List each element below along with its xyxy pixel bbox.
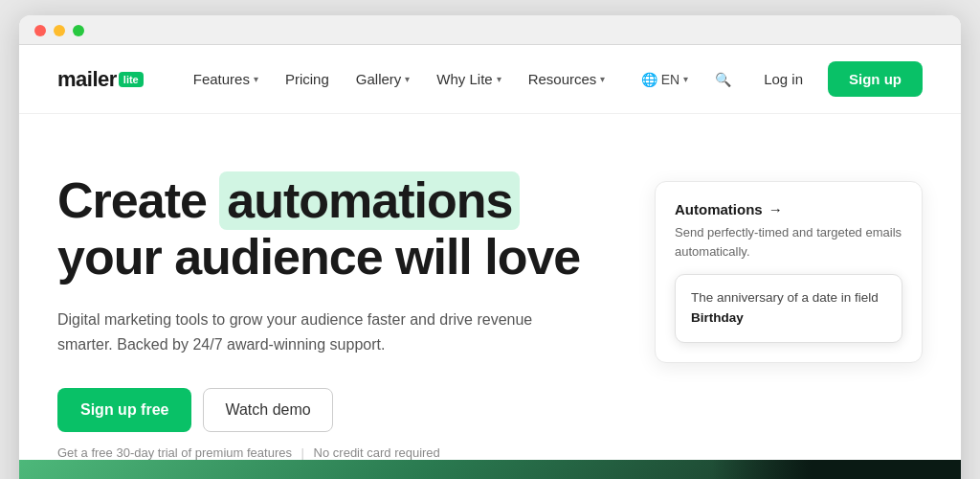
nav-links: Features ▾ Pricing Gallery ▾ Why Lite ▾ … [182,63,634,95]
hero-title-highlight: automations [219,171,520,230]
hero-note-card: No credit card required [314,445,440,460]
hero-buttons: Sign up free Watch demo [57,388,612,432]
search-icon: 🔍 [715,72,731,87]
nav-label-resources: Resources [528,71,597,87]
browser-dot-green[interactable] [73,25,84,36]
browser-chrome [19,15,961,45]
tooltip-card: The anniversary of a date in field Birth… [675,274,902,343]
hero-title: Create automations your audience will lo… [57,171,612,285]
nav-label-gallery: Gallery [356,71,402,87]
chevron-down-icon: ▾ [405,74,410,84]
chevron-down-icon: ▾ [683,74,688,84]
logo[interactable]: mailer lite [57,67,144,92]
nav-item-resources[interactable]: Resources ▾ [517,63,617,95]
automation-card-desc: Send perfectly-timed and targeted emails… [675,223,902,261]
chevron-down-icon: ▾ [254,74,258,84]
nav-label-pricing: Pricing [285,71,329,87]
tooltip-text-before: The anniversary of a date in field [691,290,879,305]
nav-item-gallery[interactable]: Gallery ▾ [345,63,422,95]
hero-subtitle: Digital marketing tools to grow your aud… [57,308,574,356]
watch-demo-button[interactable]: Watch demo [203,388,332,432]
page-content: mailer lite Features ▾ Pricing Gallery ▾… [19,45,961,479]
nav-item-pricing[interactable]: Pricing [274,63,341,95]
chevron-down-icon: ▾ [497,74,501,84]
automation-card: Automations → Send perfectly-timed and t… [655,181,923,363]
tooltip-text-bold: Birthday [691,310,744,325]
hero-note: Get a free 30-day trial of premium featu… [57,445,612,460]
lang-label: EN [661,72,679,87]
nav-label-features: Features [193,71,250,87]
automation-arrow-icon: → [768,201,783,217]
navbar: mailer lite Features ▾ Pricing Gallery ▾… [19,45,961,114]
login-button[interactable]: Log in [750,63,816,95]
signup-button[interactable]: Sign up [828,61,923,97]
hero-title-part1: Create [57,172,219,228]
browser-window: mailer lite Features ▾ Pricing Gallery ▾… [19,15,961,479]
hero-content: Create automations your audience will lo… [57,171,612,460]
search-button[interactable]: 🔍 [707,66,739,93]
automation-title-text: Automations [675,201,763,217]
nav-item-whylite[interactable]: Why Lite ▾ [425,63,512,95]
hero-title-part2: your audience will love [57,229,580,285]
hero-note-separator: | [301,445,304,460]
browser-dot-red[interactable] [34,25,46,36]
nav-item-features[interactable]: Features ▾ [182,63,270,95]
globe-icon: 🌐 [641,72,657,87]
bottom-dark-overlay [712,460,961,479]
hero-note-trial: Get a free 30-day trial of premium featu… [57,445,292,460]
bottom-banner: Email campaigns → [19,460,961,479]
language-selector[interactable]: 🌐 EN ▾ [634,66,696,93]
nav-right: 🌐 EN ▾ 🔍 Log in Sign up [634,61,923,97]
signup-free-button[interactable]: Sign up free [57,388,191,432]
logo-badge: lite [119,72,144,87]
logo-text: mailer [57,67,117,92]
chevron-down-icon: ▾ [600,74,605,84]
browser-dot-yellow[interactable] [54,25,65,36]
hero-right-panel: Automations → Send perfectly-timed and t… [655,181,923,363]
automation-card-title: Automations → [675,201,902,217]
nav-label-whylite: Why Lite [436,71,492,87]
hero-section: Create automations your audience will lo… [19,114,961,460]
